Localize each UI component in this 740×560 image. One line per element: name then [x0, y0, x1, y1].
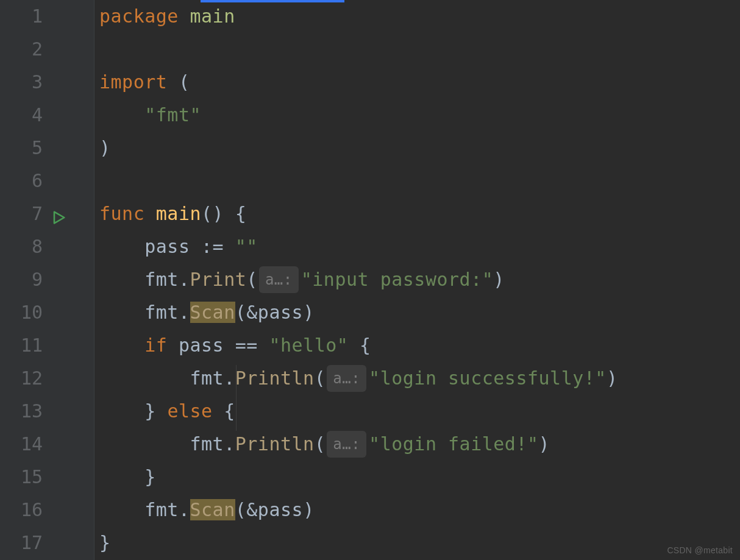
string-literal: "login successfully!"	[369, 367, 607, 389]
paren: (	[235, 302, 247, 323]
method-call: Println	[235, 433, 315, 455]
paren: )	[493, 269, 505, 290]
line-number[interactable]: 14	[0, 428, 43, 461]
code-line[interactable]: fmt.Println(a…:"login failed!")	[99, 428, 740, 461]
active-highlight-bar	[201, 0, 344, 2]
paren: (	[246, 269, 258, 290]
keyword: import	[99, 71, 167, 93]
code-line[interactable]: func main() {	[99, 197, 740, 230]
line-number[interactable]: 7	[0, 197, 43, 230]
code-line[interactable]: fmt.Print(a…:"input password:")	[99, 263, 740, 296]
parameter-hint: a…:	[327, 365, 366, 392]
brace: {	[360, 335, 371, 356]
package-ref: fmt	[144, 302, 179, 323]
code-line[interactable]: package main	[99, 0, 740, 33]
paren: (	[179, 71, 190, 93]
identifier: pass	[179, 335, 224, 356]
line-number[interactable]: 3	[0, 66, 43, 99]
paren: )	[539, 433, 550, 455]
keyword: if	[144, 335, 167, 356]
line-number[interactable]: 15	[0, 461, 43, 494]
dot: .	[224, 433, 235, 455]
watermark: CSDN @metabit	[667, 545, 733, 555]
line-number[interactable]: 9	[0, 263, 43, 296]
code-line[interactable]	[99, 165, 740, 197]
code-line[interactable]: fmt.Scan(&pass)	[99, 494, 740, 526]
code-line[interactable]: fmt.Println(a…:"login successfully!")	[99, 362, 740, 395]
code-line[interactable]: if pass == "hello" {	[99, 329, 740, 362]
run-gutter-icon[interactable]	[50, 209, 67, 226]
code-line[interactable]: import (	[99, 66, 740, 99]
argument: &pass	[246, 499, 303, 520]
code-line[interactable]: } else {	[99, 395, 740, 428]
line-number[interactable]: 8	[0, 230, 43, 263]
dot: .	[179, 302, 190, 323]
identifier: pass	[144, 236, 190, 257]
brace: }	[144, 400, 156, 422]
func-name: main	[156, 203, 201, 224]
brace: }	[144, 466, 156, 487]
paren: )	[99, 137, 111, 158]
code-line[interactable]: "fmt"	[99, 99, 740, 132]
parameter-hint: a…:	[259, 266, 299, 293]
line-number[interactable]: 12	[0, 362, 43, 395]
method-call-highlighted: Scan	[190, 302, 235, 323]
operator: :=	[201, 236, 224, 257]
string-literal: "input password:"	[301, 269, 494, 290]
line-number[interactable]: 10	[0, 296, 43, 329]
method-call: Println	[235, 367, 315, 389]
string-literal: "hello"	[269, 335, 348, 356]
brace: }	[99, 532, 111, 553]
package-ref: fmt	[190, 367, 224, 389]
paren: (	[315, 433, 326, 455]
keyword: func	[99, 203, 144, 224]
keyword: else	[167, 400, 212, 422]
package-ref: fmt	[144, 499, 179, 520]
line-number[interactable]: 16	[0, 494, 43, 526]
string-literal: ""	[235, 236, 258, 257]
code-line[interactable]	[99, 33, 740, 66]
paren: (	[235, 499, 247, 520]
brace: {	[224, 400, 235, 422]
line-number-column: 1 2 3 4 5 6 7 8 9 10 11 12 13 14 15 16 1…	[0, 0, 43, 559]
dot: .	[179, 499, 190, 520]
dot: .	[179, 269, 190, 290]
dot: .	[224, 367, 235, 389]
paren: )	[607, 367, 618, 389]
string-literal: "login failed!"	[369, 433, 538, 455]
code-editor: 1 2 3 4 5 6 7 8 9 10 11 12 13 14 15 16 1…	[0, 0, 740, 560]
method-call: Print	[190, 269, 247, 290]
line-number[interactable]: 11	[0, 329, 43, 362]
code-line[interactable]: fmt.Scan(&pass)	[99, 296, 740, 329]
line-number[interactable]: 5	[0, 132, 43, 165]
method-call-highlighted: Scan	[190, 499, 235, 520]
paren: (	[315, 367, 326, 389]
package-name: main	[190, 5, 235, 27]
code-area[interactable]: package main import ( "fmt" ) func main(…	[94, 0, 740, 560]
code-line[interactable]: }	[99, 526, 740, 559]
operator: ==	[235, 335, 258, 356]
line-number[interactable]: 13	[0, 395, 43, 428]
argument: &pass	[246, 302, 303, 323]
code-line[interactable]: }	[99, 461, 740, 494]
line-number[interactable]: 4	[0, 99, 43, 132]
string-literal: "fmt"	[144, 104, 201, 126]
line-number[interactable]: 17	[0, 526, 43, 559]
brace: {	[235, 203, 247, 224]
package-ref: fmt	[144, 269, 179, 290]
gutter: 1 2 3 4 5 6 7 8 9 10 11 12 13 14 15 16 1…	[0, 0, 94, 560]
line-number[interactable]: 1	[0, 0, 43, 33]
keyword: package	[99, 5, 179, 27]
line-number[interactable]: 6	[0, 165, 43, 197]
parameter-hint: a…:	[327, 431, 366, 458]
paren: )	[303, 302, 315, 323]
paren: )	[303, 499, 315, 520]
package-ref: fmt	[190, 433, 224, 455]
code-line[interactable]: pass := ""	[99, 230, 740, 263]
line-number[interactable]: 2	[0, 33, 43, 66]
code-line[interactable]: )	[99, 132, 740, 165]
parens: ()	[201, 203, 224, 224]
indent-guide	[236, 365, 237, 431]
